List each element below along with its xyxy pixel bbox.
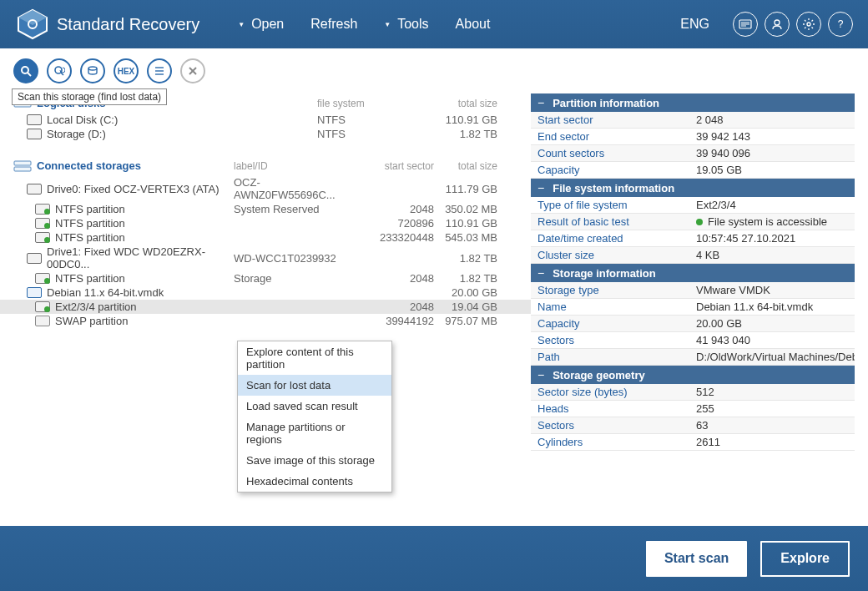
save-image-button[interactable]	[80, 58, 105, 83]
info-row: Capacity19.05 GB	[531, 162, 855, 179]
settings-icon[interactable]	[796, 12, 821, 37]
start-sector-value: 720896	[351, 217, 434, 230]
partition-row[interactable]: SWAP partition39944192975.07 MB	[0, 314, 531, 328]
context-menu-item[interactable]: Scan for lost data	[238, 375, 391, 396]
context-menu-item[interactable]: Manage partitions or regions	[238, 417, 391, 450]
info-value: D:/OldWork/Virtual Machines/Debian 1	[689, 349, 855, 365]
size-value: 1.82 TB	[434, 252, 517, 265]
info-panel: −Partition informationStart sector2 048E…	[531, 85, 868, 519]
resume-scan-button[interactable]	[47, 58, 72, 83]
drive-row[interactable]: Debian 11.x 64-bit.vmdk20.00 GB	[0, 285, 531, 300]
disk-icon	[27, 129, 42, 139]
svg-rect-21	[14, 161, 31, 165]
registration-icon[interactable]	[733, 12, 758, 37]
info-row: Sector size (bytes)512	[531, 384, 855, 401]
size-value: 350.02 MB	[434, 203, 517, 215]
info-key: Capacity	[531, 162, 689, 178]
info-row: Type of file systemExt2/3/4	[531, 197, 855, 214]
size-value: 545.03 MB	[434, 231, 517, 244]
info-value: 4 KB	[689, 247, 855, 263]
disk-name: Storage (D:)	[47, 128, 317, 140]
menu-open[interactable]: ▼Open	[238, 17, 284, 32]
info-value: Ext2/3/4	[689, 197, 855, 213]
info-row: Start sector2 048	[531, 112, 855, 129]
hex-view-button[interactable]: HEX	[114, 58, 139, 83]
size-value: 1.82 TB	[434, 128, 517, 140]
info-section-header[interactable]: −Storage information	[531, 264, 855, 282]
list-item[interactable]: Storage (D:)NTFS1.82 TB	[0, 127, 531, 141]
help-icon[interactable]: ?	[828, 12, 853, 37]
partition-row[interactable]: Ext2/3/4 partition204819.04 GB	[0, 300, 531, 314]
size-value: 110.91 GB	[434, 114, 517, 126]
close-button[interactable]	[180, 58, 205, 83]
info-section-header[interactable]: −Partition information	[531, 93, 855, 112]
fs-value: NTFS	[317, 128, 434, 140]
context-menu-item[interactable]: Save image of this storage	[238, 450, 391, 471]
info-row: Count sectors39 940 096	[531, 145, 855, 162]
language-selector[interactable]: ENG	[680, 17, 709, 32]
partition-row[interactable]: NTFS partition720896110.91 GB	[0, 216, 531, 230]
list-item[interactable]: Local Disk (C:)NTFS110.91 GB	[0, 113, 531, 127]
svg-point-14	[88, 67, 97, 70]
menu-tools[interactable]: ▼Tools	[384, 17, 428, 32]
info-section-title: Storage information	[553, 267, 656, 280]
info-key: Cylinders	[531, 434, 689, 450]
svg-point-7	[775, 20, 780, 25]
info-value: 10:57:45 27.10.2021	[689, 230, 855, 246]
size-value: 975.07 MB	[434, 315, 517, 327]
collapse-icon: −	[537, 266, 544, 280]
collapse-icon: −	[537, 181, 544, 194]
partition-row[interactable]: NTFS partitionStorage20481.82 TB	[0, 271, 531, 285]
info-section-header[interactable]: −File system information	[531, 179, 855, 197]
partition-label: Storage	[234, 272, 351, 285]
list-view-button[interactable]	[147, 58, 172, 83]
start-scan-button[interactable]: Start scan	[646, 541, 747, 577]
info-section-title: Storage geometry	[553, 369, 645, 381]
info-section-title: Partition information	[553, 97, 659, 109]
info-key: Type of file system	[531, 197, 689, 213]
partition-name: SWAP partition	[55, 315, 234, 327]
drive-icon	[27, 253, 42, 264]
start-sector-value: 2048	[351, 203, 434, 215]
vmdk-icon	[27, 287, 42, 298]
section-title: Connected storages	[37, 159, 234, 172]
info-value: 39 940 096	[689, 145, 855, 161]
info-section-header[interactable]: −Storage geometry	[531, 366, 855, 384]
explore-button[interactable]: Explore	[760, 541, 850, 577]
info-key: End sector	[531, 129, 689, 144]
menu-refresh[interactable]: Refresh	[310, 17, 357, 32]
context-menu-item[interactable]: Explore content of this partition	[238, 341, 391, 375]
menu-open-label: Open	[251, 17, 284, 32]
info-key: Sectors	[531, 417, 689, 433]
info-row: Cluster size4 KB	[531, 247, 855, 264]
drive-label: WD-WCC1T0239932	[234, 252, 351, 265]
info-key: Storage type	[531, 282, 689, 298]
partition-icon	[35, 218, 50, 229]
scan-storage-button[interactable]	[13, 58, 38, 83]
context-menu-item[interactable]: Load saved scan result	[238, 396, 391, 417]
drive-row[interactable]: Drive1: Fixed WDC WD20EZRX-00DC0...WD-WC…	[0, 245, 531, 271]
user-icon[interactable]	[765, 12, 790, 37]
col-header-ss: start sector	[351, 160, 434, 172]
svg-rect-22	[14, 167, 31, 171]
caret-down-icon: ▼	[384, 21, 391, 28]
partition-row[interactable]: NTFS partitionSystem Reserved2048350.02 …	[0, 202, 531, 216]
svg-point-8	[807, 23, 810, 26]
bottom-bar: Start scan Explore	[0, 526, 868, 591]
partition-row[interactable]: NTFS partition233320448545.03 MB	[0, 230, 531, 245]
main-content: Logical disks file system total size Loc…	[0, 85, 868, 519]
menu-tools-label: Tools	[397, 17, 428, 32]
info-row: Result of basic testFile system is acces…	[531, 214, 855, 230]
info-key: Name	[531, 299, 689, 315]
collapse-icon: −	[537, 96, 544, 109]
col-header-ts: total size	[434, 98, 517, 109]
context-menu-item[interactable]: Hexadecimal contents	[238, 471, 391, 492]
partition-icon	[35, 301, 50, 312]
app-logo	[15, 8, 50, 40]
drive-row[interactable]: Drive0: Fixed OCZ-VERTEX3 (ATA)OCZ-AWNZ0…	[0, 175, 531, 202]
partition-icon	[35, 273, 50, 284]
menu-about[interactable]: About	[456, 17, 491, 32]
info-key: Sector size (bytes)	[531, 384, 689, 400]
info-value: 41 943 040	[689, 332, 855, 348]
partition-name: NTFS partition	[55, 231, 234, 244]
